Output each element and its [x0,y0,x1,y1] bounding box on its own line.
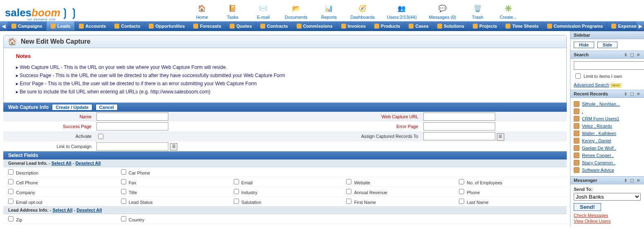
input-assign-records[interactable] [423,132,495,140]
input-error-page[interactable] [423,122,495,131]
send-button[interactable]: Send! [574,203,601,211]
field-checkbox[interactable] [234,199,239,204]
topnav-home[interactable]: 🏠Home [193,2,211,20]
tab-commission-programs[interactable]: Commission Programs [543,22,607,31]
address-deselect-all[interactable]: Deselect All [76,208,102,212]
field-checkbox[interactable] [8,179,13,184]
recent-record-link[interactable]: . [582,109,583,114]
recent-record-item[interactable]: CRM Form Users1 [574,115,641,122]
field-checkbox[interactable] [121,216,126,221]
tab-commissions[interactable]: Commissions [293,22,337,31]
topnav-create-[interactable]: ✳️Create... [499,2,517,20]
tab-cases[interactable]: Cases [405,22,433,31]
recent-record-item[interactable]: Renee Cooper , [574,152,641,159]
topnav-messages-0-[interactable]: 💬Messages (0) [429,2,456,20]
field-checkbox[interactable] [346,199,351,204]
field-checkbox[interactable] [459,199,464,204]
search-controls-icon[interactable]: ⇕ ⬚ ✕ [624,53,641,57]
tab-forecasts[interactable]: Forecasts [189,22,226,31]
sidebar-side-button[interactable]: Side [597,42,617,48]
recent-record-link[interactable]: Velez , Ricardo [582,124,612,128]
recent-record-item[interactable]: Gaelan De Wolf , [574,144,641,152]
field-checkbox[interactable] [121,169,126,175]
advanced-search-link[interactable]: Advanced Search [574,82,609,87]
tab-solutions[interactable]: Solutions [433,22,469,31]
field-label: Company [16,190,35,195]
general-deselect-all[interactable]: Deselect All [76,161,101,166]
recent-record-item[interactable]: Stacy Cameron , [574,159,641,166]
general-select-all[interactable]: Select All [51,161,72,166]
tab-quotes[interactable]: Quotes [226,22,256,31]
tab-leads[interactable]: Leads [47,22,75,31]
select-fields-bar: Select Fields [3,151,567,159]
tab-time-sheets[interactable]: Time Sheets [501,22,543,31]
input-name[interactable] [96,113,168,121]
recent-record-link[interactable]: Stacy Cameron , [582,160,615,165]
lookup-campaign-icon[interactable]: ☰ [170,143,177,150]
field-checkbox[interactable] [8,216,13,221]
input-webcapture-url[interactable] [423,113,495,121]
topnav-tasks[interactable]: 📔Tasks [224,2,242,20]
recent-record-link[interactable]: Sithole , Nonhlan... [582,102,620,106]
recent-record-link[interactable]: Software Advice [582,168,614,173]
topnav-documents[interactable]: 📂Documents [285,2,308,20]
field-checkbox[interactable] [121,189,126,194]
topnav-e-mail[interactable]: ✉️E-mail [254,2,273,20]
recent-record-link[interactable]: CRM Form Users1 [582,116,619,121]
recent-record-item[interactable]: Walter , Kathleen [574,130,641,137]
create-update-button[interactable]: Create / Update [52,104,92,111]
field-checkbox[interactable] [8,189,13,194]
view-online-users-link[interactable]: View Online Users [574,218,641,224]
field-label: Fax [129,180,136,185]
tabstrip-left-arrow[interactable]: ◀ [0,22,7,31]
tab-expense-reports[interactable]: Expense Reports [607,22,637,31]
messenger-controls-icon[interactable]: ⇕ ⬚ ✕ [624,178,641,183]
sidebar-hide-button[interactable]: Hide [574,42,594,48]
tab-products[interactable]: Products [370,22,405,31]
field-checkbox[interactable] [8,199,13,204]
recent-record-item[interactable]: Velez , Ricardo [574,122,641,130]
field-checkbox[interactable] [121,199,126,204]
lookup-assign-icon[interactable]: ☰ [497,133,504,141]
recent-record-item[interactable]: Software Advice [574,166,641,174]
tabstrip-right-arrow[interactable]: ▶ [637,22,644,31]
topnav-dashboards[interactable]: 🧭Dashboards [350,2,374,20]
topnav-reports[interactable]: 📊Reports [320,2,338,20]
field-checkbox[interactable] [346,179,351,184]
cancel-button[interactable]: Cancel [96,104,118,111]
field-checkbox[interactable] [8,169,13,175]
recent-record-link[interactable]: Kenny , Daniel [582,138,611,143]
topnav-users-2-13-44-[interactable]: 👥Users:2/13(44) [387,2,417,20]
field-checkbox[interactable] [121,179,126,184]
tab-campaigns[interactable]: Campaigns [7,22,47,31]
check-messages-link[interactable]: Check Messages [574,212,641,218]
recent-record-link[interactable]: Renee Cooper , [582,153,614,158]
input-success-page[interactable] [96,122,168,131]
recent-record-link[interactable]: Walter , Kathleen [582,131,616,136]
send-to-select[interactable]: Josh Banks [574,193,641,201]
topnav-trash[interactable]: 🗑️Trash [468,2,487,20]
input-link-campaign[interactable] [96,142,168,150]
field-label: Salutation [242,200,262,205]
field-checkbox[interactable] [459,179,464,184]
tab-accounts[interactable]: Accounts [75,22,110,31]
address-select-all[interactable]: Select All [52,208,72,212]
field-checkbox[interactable] [346,189,351,194]
limit-own-checkbox[interactable] [575,73,581,79]
field-checkbox[interactable] [234,189,239,194]
tab-invoices[interactable]: Invoices [337,22,370,31]
tab-opportunities[interactable]: Opportunities [145,22,189,31]
checkbox-activate[interactable] [98,134,103,139]
recent-record-link[interactable]: Gaelan De Wolf , [582,146,616,150]
tab-contacts[interactable]: Contacts [110,22,145,31]
recent-record-item[interactable]: Sithole , Nonhlan... [574,100,641,108]
recent-record-item[interactable]: . [574,108,641,115]
search-input[interactable] [574,61,644,70]
tab-contracts[interactable]: Contracts [256,22,292,31]
recent-record-item[interactable]: Kenny , Daniel [574,137,641,144]
field-checkbox[interactable] [459,189,464,194]
field-checkbox[interactable] [234,179,239,184]
search-heading: Search [574,52,589,57]
recent-controls-icon[interactable]: ⇕ ⬚ ✕ [624,92,641,96]
tab-projects[interactable]: Projects [469,22,501,31]
